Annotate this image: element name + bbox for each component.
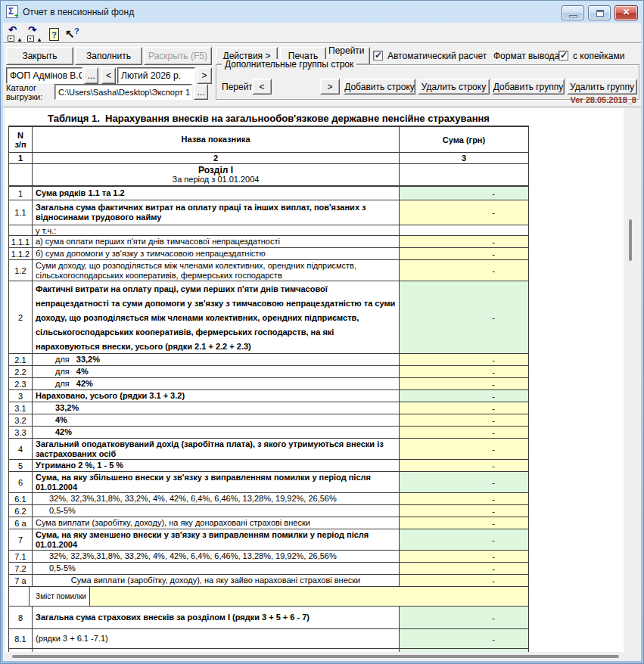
- row-name-cell: Загальна сума страхових внесків за розді…: [32, 607, 399, 628]
- catalog-path-field[interactable]: C:\Users\Sasha\Desktop\Экспорт 1: [54, 84, 192, 100]
- help-icon[interactable]: ?: [47, 28, 64, 43]
- table-header-row: N з/п Назва показника Сума (грн): [8, 127, 529, 153]
- row-number-cell: 8.1: [8, 629, 32, 648]
- section-title: Розділ I: [198, 166, 233, 175]
- fill-button[interactable]: Заполнить: [75, 47, 142, 65]
- kopecks-checkbox[interactable]: [558, 51, 568, 61]
- row-name-cell: у т.ч.:: [32, 225, 399, 235]
- group-prev-button[interactable]: <: [252, 79, 272, 95]
- header-name-cell: Назва показника: [32, 127, 399, 152]
- sum-cell[interactable]: -: [399, 505, 529, 517]
- section-num-cell: [8, 164, 32, 185]
- extra-groups-title: Дополнительные группы строк: [222, 59, 356, 70]
- context-help-icon[interactable]: ↖ ?: [65, 28, 82, 43]
- section-sum-cell: [399, 164, 529, 185]
- export-data-icon[interactable]: ↷ ▲: [27, 28, 44, 43]
- header-num-cell: N з/п: [8, 127, 32, 152]
- triangle-icon: ▲: [17, 36, 23, 43]
- row-number-cell: 3.2: [8, 414, 32, 426]
- sum-cell: -: [399, 187, 529, 200]
- sum-cell[interactable]: -: [399, 427, 529, 438]
- sum-cell[interactable]: -: [399, 563, 529, 574]
- sum-cell[interactable]: -: [399, 236, 529, 247]
- row-name-cell: 32%, 32,3%,31,8%, 33,2%, 4%, 42%, 6,4%, …: [32, 493, 399, 504]
- period-next-button[interactable]: >: [197, 67, 212, 84]
- table-row-7.2: 7.20,5-5%-: [8, 563, 529, 575]
- sum-cell[interactable]: -: [399, 378, 529, 389]
- row-name-cell: для4%: [32, 366, 399, 377]
- report-document: Таблиця 1. Нарахування внесків на загаль…: [5, 108, 624, 652]
- sum-cell[interactable]: -: [399, 260, 529, 281]
- minimize-button[interactable]: [562, 5, 584, 20]
- delete-group-button[interactable]: Удалить группу: [567, 79, 637, 95]
- row-number-cell: 7.1: [8, 551, 32, 562]
- row-name-cell: 0,5-5%: [32, 505, 399, 517]
- table-row-6.2: 6.20,5-5%-: [8, 505, 529, 517]
- sum-cell[interactable]: -: [399, 354, 529, 365]
- table-row-6.1: 6.132%, 32,3%,31,8%, 33,2%, 4%, 42%, 6,4…: [8, 493, 529, 505]
- vertical-scrollbar-thumb[interactable]: [629, 219, 632, 261]
- sum-cell[interactable]: -: [399, 493, 529, 504]
- section-name-cell: Розділ I За період з 01.01.2004: [32, 164, 399, 185]
- auto-calc-label: Автоматический расчет: [387, 51, 487, 61]
- sum-cell[interactable]: -: [399, 366, 529, 377]
- catalog-browse-button[interactable]: ...: [194, 84, 208, 100]
- auto-calc-checkbox[interactable]: [373, 51, 383, 61]
- table-index-row: 1 2 3: [8, 153, 529, 164]
- section-subtitle: За період з 01.01.2004: [173, 175, 260, 184]
- maximize-icon: [596, 10, 604, 17]
- row-number-cell: 6 а: [8, 517, 32, 529]
- row-name-cell: 4%: [32, 414, 399, 426]
- period-prev-button[interactable]: <: [101, 67, 116, 84]
- maximize-button[interactable]: [588, 5, 611, 20]
- kopecks-label: с копейками: [573, 51, 624, 61]
- row-name-cell: б) сума допомоги у зв'язку з тимчасовою …: [32, 248, 399, 259]
- table-row-: у т.ч.:: [8, 225, 529, 236]
- index-cell-2: 2: [32, 153, 399, 163]
- row-name-cell: Сума виплати (заробітку, доходу), на яку…: [32, 575, 399, 586]
- sum-cell[interactable]: -: [399, 460, 529, 471]
- horizontal-scrollbar-thumb[interactable]: [12, 655, 619, 658]
- row-number-cell: 2.1: [8, 354, 32, 365]
- sum-cell[interactable]: -: [399, 200, 529, 225]
- period-field[interactable]: Лютий 2026 р.: [117, 67, 195, 84]
- table-row-8: 8Загальна сума страхових внесків за розд…: [8, 607, 529, 629]
- header-sum-cell: Сума (грн): [399, 127, 529, 152]
- table-title: Таблиця 1. Нарахування внесків на загаль…: [8, 113, 529, 124]
- close-window-button[interactable]: ✕: [614, 5, 638, 20]
- group-next-button[interactable]: >: [320, 79, 340, 95]
- row-number-cell: 6.2: [8, 505, 32, 517]
- add-row-button[interactable]: Добавить строку: [344, 79, 415, 95]
- row-number-cell: 7: [8, 529, 32, 550]
- row-name-cell: Загальна сума фактичних витрат на оплату…: [32, 200, 399, 225]
- sum-cell[interactable]: -: [399, 575, 529, 586]
- sum-cell[interactable]: -: [399, 248, 529, 259]
- table-row-2.2: 2.2для4%-: [8, 366, 529, 378]
- close-icon: ✕: [615, 7, 637, 17]
- row-number-cell: 1.2: [8, 260, 32, 281]
- row-number-cell: 5: [8, 460, 32, 471]
- sum-cell[interactable]: -: [399, 551, 529, 562]
- sum-cell[interactable]: -: [399, 517, 529, 529]
- import-data-icon[interactable]: ↶ ▲: [8, 28, 24, 43]
- sum-cell[interactable]: -: [399, 439, 529, 459]
- error-text-cell[interactable]: [89, 587, 529, 606]
- expand-button: Раскрыть (F5): [144, 47, 212, 65]
- table-row-7а: 7 аСума виплати (заробітку, доходу), на …: [8, 575, 529, 587]
- table-row-5: 5Утримано 2 %, 1 - 5 %-: [8, 460, 529, 472]
- table-row-8.1: 8.1(рядки 3 + 6.1 -7.1)-: [8, 629, 529, 649]
- row-number-cell: [8, 225, 32, 235]
- sum-cell[interactable]: -: [399, 414, 529, 426]
- index-cell-1: 1: [8, 153, 32, 163]
- firm-browse-button[interactable]: ...: [84, 67, 98, 84]
- delete-row-button[interactable]: Удалить строку: [418, 79, 490, 95]
- add-group-button[interactable]: Добавить группу: [492, 79, 565, 95]
- row-name-cell: 0,5-5%: [32, 563, 399, 574]
- firm-field[interactable]: ФОП Адмінов В.С: [6, 67, 82, 84]
- row-name-cell: Сума, на яку збільшено внески у зв'язку …: [32, 472, 399, 492]
- table-row-1.1.1: 1.1.1а) сума оплати перших п'яти днів ти…: [8, 236, 529, 248]
- close-report-button[interactable]: Закрыть: [6, 47, 73, 65]
- sum-cell: -: [399, 472, 529, 492]
- sum-cell[interactable]: -: [399, 402, 529, 414]
- row-name-cell: 33,2%: [32, 402, 399, 414]
